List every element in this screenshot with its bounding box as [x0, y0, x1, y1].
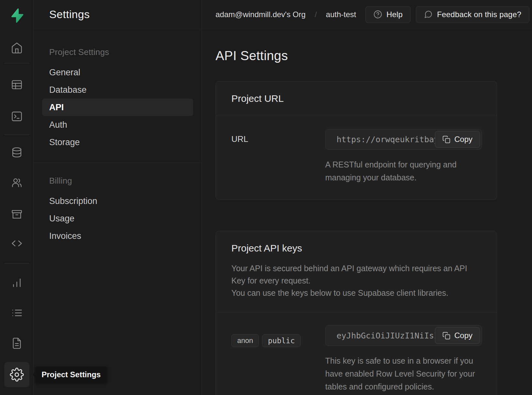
api-code-icon[interactable] — [10, 237, 23, 250]
auth-users-icon[interactable] — [10, 176, 23, 189]
copy-url-button[interactable]: Copy — [435, 131, 480, 148]
breadcrumb-separator: / — [315, 10, 317, 19]
feedback-button-label: Feedback on this page? — [437, 10, 521, 19]
key-badges: anon public — [231, 330, 325, 347]
help-button-label: Help — [386, 10, 403, 19]
anon-key-value: eyJhbGciOiJIUzI1NiIsIn — [337, 331, 444, 340]
storage-archive-icon[interactable] — [10, 208, 23, 221]
project-url-card: Project URL URL https://orwqeukritbayp C… — [216, 81, 497, 200]
sidebar-item-database[interactable]: Database — [49, 81, 184, 99]
settings-gear-button[interactable]: Project Settings — [4, 362, 29, 387]
url-field-label: URL — [231, 129, 325, 184]
url-field-col: https://orwqeukritbayp Copy A RESTful en… — [325, 129, 482, 184]
sidebar-item-auth[interactable]: Auth — [49, 116, 184, 133]
anon-key-description: This key is safe to use in a browser if … — [325, 354, 482, 393]
anon-key-badges-col: anon public — [231, 325, 325, 393]
sidebar-item-storage[interactable]: Storage — [49, 133, 184, 151]
icon-rail: Project Settings — [0, 0, 34, 395]
topbar-actions: Help Feedback on this page? — [365, 6, 529, 23]
project-url-value: https://orwqeukritbayp — [337, 135, 444, 144]
rail-divider — [5, 263, 29, 264]
settings-gear-icon — [10, 368, 24, 382]
sidebar-header: Settings — [34, 0, 202, 29]
project-url-input[interactable]: https://orwqeukritbayp Copy — [325, 129, 482, 150]
sidebar-item-general[interactable]: General — [49, 64, 184, 81]
project-url-description: A RESTful endpoint for querying and mana… — [325, 158, 482, 184]
database-icon[interactable] — [10, 146, 23, 159]
section-label-billing: Billing — [49, 176, 184, 186]
sidebar-item-usage[interactable]: Usage — [49, 210, 184, 227]
sidebar-title: Settings — [49, 8, 90, 21]
project-settings-tooltip: Project Settings — [35, 367, 107, 383]
breadcrumb-project[interactable]: auth-test — [326, 10, 356, 19]
feedback-button[interactable]: Feedback on this page? — [416, 6, 529, 23]
rail-divider — [5, 134, 29, 135]
app-window: Project Settings Settings Project Settin… — [0, 0, 532, 395]
main-panel: adam@windmill.dev's Org / auth-test Help… — [202, 0, 532, 395]
copy-url-label: Copy — [454, 135, 472, 144]
billing-list: Subscription Usage Invoices — [49, 192, 184, 245]
copy-icon — [442, 332, 450, 340]
sidebar-item-subscription[interactable]: Subscription — [49, 192, 184, 210]
project-api-keys-card: Project API keys Your API is secured beh… — [216, 231, 497, 395]
project-settings-list: General Database API Auth Storage — [49, 64, 184, 151]
api-settings-content: API Settings Project URL URL https://orw… — [202, 29, 532, 395]
public-badge: public — [262, 334, 301, 347]
page-title: API Settings — [216, 48, 532, 63]
logs-list-icon[interactable] — [10, 306, 23, 319]
speech-bubble-icon — [424, 10, 433, 19]
api-keys-description-line1: Your API is secured behind an API gatewa… — [231, 262, 481, 287]
project-url-card-header: Project URL — [216, 81, 497, 116]
sql-terminal-icon[interactable] — [10, 110, 23, 123]
project-url-card-body: URL https://orwqeukritbayp Copy A REST — [216, 116, 497, 199]
sidebar-item-api[interactable]: API — [42, 99, 193, 116]
section-label-project-settings: Project Settings — [49, 47, 184, 57]
sidebar-divider — [34, 163, 202, 163]
settings-sidebar: Settings Project Settings General Databa… — [34, 0, 202, 395]
anon-key-input[interactable]: eyJhbGciOiJIUzI1NiIsIn Copy — [325, 325, 482, 346]
project-url-card-title: Project URL — [231, 93, 481, 104]
anon-key-field-col: eyJhbGciOiJIUzI1NiIsIn Copy This key is … — [325, 325, 482, 393]
api-keys-card-header: Project API keys Your API is secured beh… — [216, 231, 497, 312]
home-icon[interactable] — [10, 41, 23, 54]
rail-divider — [5, 63, 29, 63]
copy-anon-key-label: Copy — [454, 331, 472, 340]
topbar: adam@windmill.dev's Org / auth-test Help… — [202, 0, 532, 29]
supabase-logo-icon[interactable] — [9, 8, 25, 23]
copy-anon-key-button[interactable]: Copy — [435, 327, 480, 344]
api-keys-description-line2: You can use the keys below to use Supaba… — [231, 287, 481, 299]
sidebar-item-invoices[interactable]: Invoices — [49, 227, 184, 245]
reports-chart-icon[interactable] — [10, 276, 23, 289]
api-keys-card-title: Project API keys — [231, 243, 481, 254]
anon-badge: anon — [231, 334, 259, 347]
help-circle-icon — [373, 10, 382, 19]
docs-file-icon[interactable] — [10, 337, 23, 350]
help-button[interactable]: Help — [365, 6, 411, 23]
anon-key-row: anon public eyJhbGciOiJIUzI1NiIsIn Copy — [216, 312, 497, 395]
copy-icon — [442, 135, 450, 144]
breadcrumb-org[interactable]: adam@windmill.dev's Org — [216, 10, 305, 19]
api-keys-card-description: Your API is secured behind an API gatewa… — [231, 262, 481, 299]
table-editor-icon[interactable] — [10, 78, 23, 91]
sidebar-nav: Project Settings General Database API Au… — [34, 29, 202, 245]
